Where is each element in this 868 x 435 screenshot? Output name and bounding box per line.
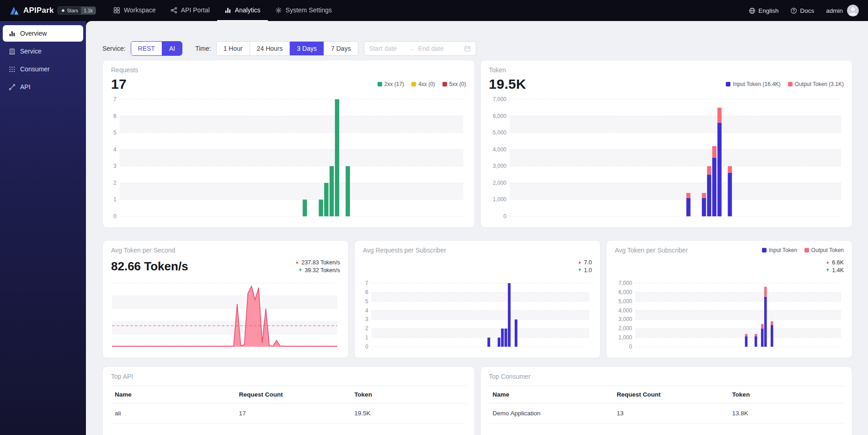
api-name-cell: ali bbox=[111, 403, 235, 424]
analytics-icon bbox=[224, 7, 231, 14]
sidebar-item-consumer[interactable]: Consumer bbox=[3, 61, 83, 77]
request-count-cell: 13 bbox=[613, 403, 728, 424]
sidebar-item-overview[interactable]: Overview bbox=[3, 25, 83, 42]
sidebar-item-api[interactable]: API bbox=[3, 79, 83, 95]
stars-count: 1.1k bbox=[81, 7, 96, 14]
time-option-24-hours[interactable]: 24 Hours bbox=[250, 42, 290, 55]
svg-text:5: 5 bbox=[113, 129, 117, 136]
time-filter-label: Time: bbox=[195, 45, 211, 52]
svg-text:4,000: 4,000 bbox=[618, 307, 632, 314]
token-cell: 19.5K bbox=[351, 403, 466, 424]
svg-text:4,000: 4,000 bbox=[492, 146, 506, 153]
token-card: Token 19.5K Input Token (16.4K) Output T… bbox=[480, 60, 853, 228]
legend-5xx[interactable]: 5xx (0) bbox=[442, 81, 466, 87]
legend-input-token[interactable]: Input Token bbox=[762, 247, 797, 253]
svg-text:6,000: 6,000 bbox=[618, 289, 632, 295]
api-portal-icon bbox=[170, 7, 177, 14]
down-arrow-icon: ▼ bbox=[578, 268, 582, 272]
card-title: Requests bbox=[111, 66, 466, 74]
svg-text:0: 0 bbox=[365, 344, 368, 350]
svg-text:2: 2 bbox=[113, 180, 117, 186]
calendar-icon[interactable] bbox=[464, 45, 471, 52]
github-stars-badge[interactable]: Stars 1.1k bbox=[58, 6, 96, 15]
stats: ▲ 237.83 Token/s ▼ 39.32 Token/s bbox=[295, 259, 340, 274]
user-menu[interactable]: admin bbox=[826, 5, 859, 16]
requests-total: 17 bbox=[111, 76, 127, 92]
nav-label: Analytics bbox=[235, 6, 261, 14]
language-switcher[interactable]: English bbox=[749, 7, 778, 14]
star-icon bbox=[61, 8, 65, 13]
up-arrow-icon: ▲ bbox=[578, 260, 582, 264]
apipark-logo-icon bbox=[9, 5, 20, 16]
date-range-picker[interactable]: → bbox=[364, 41, 476, 56]
up-arrow-icon: ▲ bbox=[295, 260, 299, 264]
request-count-cell: 17 bbox=[235, 403, 351, 424]
nav-label: System Settings bbox=[286, 6, 332, 14]
avg-token-per-subscriber-card: Avg Token per Subscriber Input Token Out… bbox=[606, 240, 852, 358]
time-option-7-days[interactable]: 7 Days bbox=[324, 42, 358, 55]
workspace-icon bbox=[113, 7, 120, 14]
start-date-input[interactable] bbox=[369, 45, 404, 52]
legend-4xx[interactable]: 4xx (0) bbox=[411, 81, 435, 87]
legend-output-token[interactable]: Output Token bbox=[804, 247, 844, 253]
brand-name: APIPark bbox=[23, 6, 54, 15]
svg-text:3,000: 3,000 bbox=[618, 316, 632, 322]
svg-text:5,000: 5,000 bbox=[618, 298, 632, 305]
service-option-ai[interactable]: AI bbox=[162, 42, 182, 55]
legend-output-token[interactable]: Output Token (3.1K) bbox=[788, 81, 844, 87]
end-date-input[interactable] bbox=[418, 45, 453, 52]
table-row: ali 17 19.5K bbox=[111, 403, 466, 424]
card-title: Avg Requests per Subscriber bbox=[363, 247, 446, 254]
navbar-right: English Docs admin bbox=[749, 0, 859, 21]
sidebar-label: Service bbox=[20, 48, 42, 55]
column-header-request-count: Request Count bbox=[613, 386, 728, 403]
svg-text:6: 6 bbox=[113, 113, 117, 119]
nav-item-api-portal[interactable]: API Portal bbox=[163, 0, 217, 21]
nav-item-analytics[interactable]: Analytics bbox=[217, 0, 268, 21]
sidebar-label: Overview bbox=[20, 30, 47, 37]
time-option-3-days[interactable]: 3 Days bbox=[289, 42, 324, 55]
legend-2xx[interactable]: 2xx (17) bbox=[378, 81, 404, 87]
svg-text:4: 4 bbox=[113, 146, 117, 153]
service-option-rest[interactable]: REST bbox=[131, 42, 162, 55]
svg-text:7,000: 7,000 bbox=[618, 280, 632, 286]
top-consumer-table: Name Request Count Token Demo Applicatio… bbox=[489, 386, 844, 424]
svg-text:6,000: 6,000 bbox=[492, 113, 506, 119]
legend-input-token[interactable]: Input Token (16.4K) bbox=[726, 81, 781, 87]
token-per-subscriber-legend: Input Token Output Token bbox=[762, 247, 844, 253]
docs-link[interactable]: Docs bbox=[790, 7, 814, 14]
globe-icon bbox=[749, 7, 756, 14]
svg-text:2,000: 2,000 bbox=[492, 180, 506, 186]
nav-item-system-settings[interactable]: System Settings bbox=[268, 0, 339, 21]
table-row: Demo Application 13 13.8K bbox=[489, 403, 844, 424]
column-header-request-count: Request Count bbox=[235, 386, 351, 403]
avg-requests-per-subscriber-card: Avg Requests per Subscriber ▲ 7.0 ▼ 1.0 … bbox=[354, 240, 601, 358]
nav-item-workspace[interactable]: Workspace bbox=[106, 0, 163, 21]
service-toggle: REST AI bbox=[131, 41, 183, 56]
svg-text:5: 5 bbox=[365, 298, 368, 305]
svg-text:7: 7 bbox=[113, 97, 117, 102]
top-api-table: Name Request Count Token ali 17 19.5K bbox=[111, 386, 466, 424]
top-navbar: APIPark Stars 1.1k Workspace bbox=[0, 0, 868, 21]
stats: ▲ 7.0 ▼ 1.0 bbox=[578, 259, 592, 274]
main-nav: Workspace API Portal Analytics bbox=[106, 0, 339, 21]
up-arrow-icon: ▲ bbox=[825, 260, 830, 264]
legend-swatch bbox=[378, 82, 382, 86]
sidebar-item-service[interactable]: Service bbox=[3, 43, 83, 59]
avg-token-per-second-card: Avg Token per Second 82.66 Token/s ▲ 237… bbox=[102, 240, 349, 358]
time-option-1-hour[interactable]: 1 Hour bbox=[217, 42, 250, 55]
column-header-token: Token bbox=[351, 386, 466, 403]
min-stat: ▼ 1.4K bbox=[825, 267, 844, 274]
stats: ▲ 6.6K ▼ 1.4K bbox=[825, 259, 844, 274]
min-stat: ▼ 1.0 bbox=[578, 267, 592, 274]
requests-card: Requests 17 2xx (17) 4xx (0) 5xx (0) bbox=[102, 60, 475, 228]
svg-text:0: 0 bbox=[113, 213, 117, 220]
consumer-name-cell: Demo Application bbox=[489, 403, 613, 424]
card-title: Avg Token per Subscriber bbox=[615, 247, 688, 254]
language-label: English bbox=[758, 7, 778, 14]
api-link-icon bbox=[9, 84, 16, 91]
svg-text:5,000: 5,000 bbox=[492, 129, 506, 136]
brand[interactable]: APIPark Stars 1.1k bbox=[9, 0, 96, 21]
username: admin bbox=[826, 7, 843, 14]
down-arrow-icon: ▼ bbox=[825, 268, 830, 272]
